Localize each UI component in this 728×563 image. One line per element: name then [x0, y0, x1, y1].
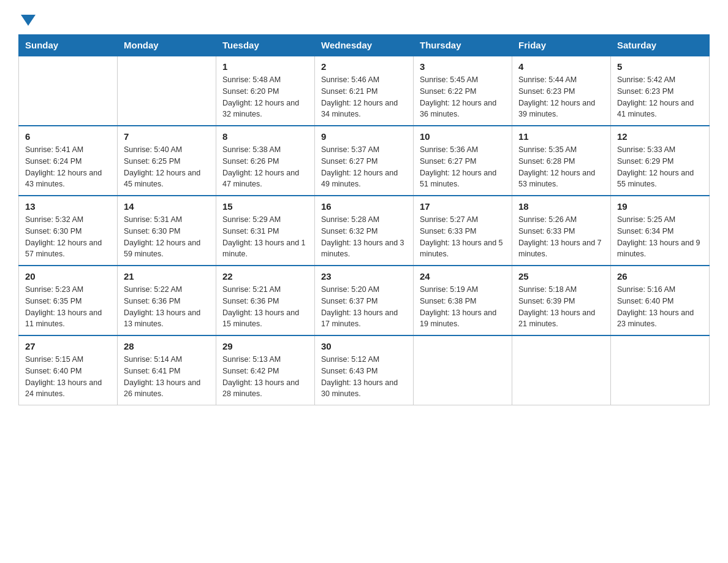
calendar-cell: 25Sunrise: 5:18 AMSunset: 6:39 PMDayligh…	[512, 266, 611, 335]
calendar-cell: 17Sunrise: 5:27 AMSunset: 6:33 PMDayligh…	[414, 196, 512, 266]
day-number: 15	[222, 201, 308, 212]
day-info: Sunrise: 5:45 AMSunset: 6:22 PMDaylight:…	[420, 74, 506, 120]
calendar-cell: 2Sunrise: 5:46 AMSunset: 6:21 PMDaylight…	[315, 56, 414, 126]
calendar-cell	[19, 56, 118, 126]
day-number: 6	[25, 131, 111, 142]
day-number: 24	[420, 271, 506, 282]
calendar-cell: 13Sunrise: 5:32 AMSunset: 6:30 PMDayligh…	[19, 196, 118, 266]
calendar-cell: 21Sunrise: 5:22 AMSunset: 6:36 PMDayligh…	[118, 266, 216, 335]
day-number: 11	[518, 131, 604, 142]
calendar-cell: 1Sunrise: 5:48 AMSunset: 6:20 PMDaylight…	[216, 56, 315, 126]
day-info: Sunrise: 5:42 AMSunset: 6:23 PMDaylight:…	[617, 74, 703, 120]
week-row-4: 20Sunrise: 5:23 AMSunset: 6:35 PMDayligh…	[19, 266, 710, 335]
calendar-table: SundayMondayTuesdayWednesdayThursdayFrid…	[18, 34, 710, 405]
day-number: 1	[222, 61, 308, 72]
day-number: 28	[124, 341, 210, 351]
day-number: 7	[124, 131, 210, 142]
day-info: Sunrise: 5:46 AMSunset: 6:21 PMDaylight:…	[321, 74, 407, 120]
day-info: Sunrise: 5:25 AMSunset: 6:34 PMDaylight:…	[617, 214, 703, 260]
calendar-cell: 8Sunrise: 5:38 AMSunset: 6:26 PMDaylight…	[216, 126, 315, 196]
day-number: 9	[321, 131, 407, 142]
day-number: 29	[222, 341, 308, 351]
header-monday: Monday	[118, 35, 216, 56]
calendar-cell	[414, 335, 512, 405]
day-info: Sunrise: 5:13 AMSunset: 6:42 PMDaylight:…	[222, 354, 308, 400]
day-info: Sunrise: 5:36 AMSunset: 6:27 PMDaylight:…	[420, 144, 506, 190]
day-number: 3	[420, 61, 506, 72]
day-info: Sunrise: 5:33 AMSunset: 6:29 PMDaylight:…	[617, 144, 703, 190]
header-tuesday: Tuesday	[216, 35, 315, 56]
week-row-2: 6Sunrise: 5:41 AMSunset: 6:24 PMDaylight…	[19, 126, 710, 196]
calendar-cell: 29Sunrise: 5:13 AMSunset: 6:42 PMDayligh…	[216, 335, 315, 405]
day-number: 19	[617, 201, 703, 212]
day-number: 5	[617, 61, 703, 72]
day-info: Sunrise: 5:23 AMSunset: 6:35 PMDaylight:…	[25, 284, 111, 330]
logo	[18, 12, 36, 25]
header-sunday: Sunday	[19, 35, 118, 56]
day-info: Sunrise: 5:35 AMSunset: 6:28 PMDaylight:…	[518, 144, 604, 190]
day-number: 25	[518, 271, 604, 282]
calendar-cell: 18Sunrise: 5:26 AMSunset: 6:33 PMDayligh…	[512, 196, 611, 266]
day-info: Sunrise: 5:27 AMSunset: 6:33 PMDaylight:…	[420, 214, 506, 260]
day-number: 10	[420, 131, 506, 142]
day-info: Sunrise: 5:18 AMSunset: 6:39 PMDaylight:…	[518, 284, 604, 330]
calendar-cell: 7Sunrise: 5:40 AMSunset: 6:25 PMDaylight…	[118, 126, 216, 196]
day-info: Sunrise: 5:12 AMSunset: 6:43 PMDaylight:…	[321, 354, 407, 400]
day-info: Sunrise: 5:28 AMSunset: 6:32 PMDaylight:…	[321, 214, 407, 260]
calendar-cell: 24Sunrise: 5:19 AMSunset: 6:38 PMDayligh…	[414, 266, 512, 335]
calendar-cell: 6Sunrise: 5:41 AMSunset: 6:24 PMDaylight…	[19, 126, 118, 196]
day-info: Sunrise: 5:22 AMSunset: 6:36 PMDaylight:…	[124, 284, 210, 330]
calendar-cell: 27Sunrise: 5:15 AMSunset: 6:40 PMDayligh…	[19, 335, 118, 405]
calendar-cell: 26Sunrise: 5:16 AMSunset: 6:40 PMDayligh…	[611, 266, 710, 335]
calendar-cell	[611, 335, 710, 405]
day-number: 8	[222, 131, 308, 142]
day-info: Sunrise: 5:31 AMSunset: 6:30 PMDaylight:…	[124, 214, 210, 260]
page-header	[18, 12, 710, 25]
day-number: 13	[25, 201, 111, 212]
calendar-cell: 14Sunrise: 5:31 AMSunset: 6:30 PMDayligh…	[118, 196, 216, 266]
day-number: 26	[617, 271, 703, 282]
week-row-3: 13Sunrise: 5:32 AMSunset: 6:30 PMDayligh…	[19, 196, 710, 266]
day-number: 30	[321, 341, 407, 351]
calendar-cell: 19Sunrise: 5:25 AMSunset: 6:34 PMDayligh…	[611, 196, 710, 266]
calendar-cell: 3Sunrise: 5:45 AMSunset: 6:22 PMDaylight…	[414, 56, 512, 126]
day-number: 17	[420, 201, 506, 212]
day-number: 27	[25, 341, 111, 351]
header-thursday: Thursday	[414, 35, 512, 56]
calendar-cell	[512, 335, 611, 405]
day-info: Sunrise: 5:44 AMSunset: 6:23 PMDaylight:…	[518, 74, 604, 120]
calendar-cell: 30Sunrise: 5:12 AMSunset: 6:43 PMDayligh…	[315, 335, 414, 405]
day-info: Sunrise: 5:16 AMSunset: 6:40 PMDaylight:…	[617, 284, 703, 330]
header-friday: Friday	[512, 35, 611, 56]
day-number: 16	[321, 201, 407, 212]
day-info: Sunrise: 5:38 AMSunset: 6:26 PMDaylight:…	[222, 144, 308, 190]
day-number: 14	[124, 201, 210, 212]
week-row-5: 27Sunrise: 5:15 AMSunset: 6:40 PMDayligh…	[19, 335, 710, 405]
calendar-cell: 28Sunrise: 5:14 AMSunset: 6:41 PMDayligh…	[118, 335, 216, 405]
calendar-cell: 23Sunrise: 5:20 AMSunset: 6:37 PMDayligh…	[315, 266, 414, 335]
logo-triangle-icon	[21, 15, 36, 26]
calendar-cell: 10Sunrise: 5:36 AMSunset: 6:27 PMDayligh…	[414, 126, 512, 196]
week-row-1: 1Sunrise: 5:48 AMSunset: 6:20 PMDaylight…	[19, 56, 710, 126]
day-info: Sunrise: 5:29 AMSunset: 6:31 PMDaylight:…	[222, 214, 308, 260]
day-number: 21	[124, 271, 210, 282]
day-info: Sunrise: 5:14 AMSunset: 6:41 PMDaylight:…	[124, 354, 210, 400]
day-info: Sunrise: 5:26 AMSunset: 6:33 PMDaylight:…	[518, 214, 604, 260]
calendar-cell	[118, 56, 216, 126]
calendar-cell: 12Sunrise: 5:33 AMSunset: 6:29 PMDayligh…	[611, 126, 710, 196]
day-info: Sunrise: 5:32 AMSunset: 6:30 PMDaylight:…	[25, 214, 111, 260]
calendar-cell: 9Sunrise: 5:37 AMSunset: 6:27 PMDaylight…	[315, 126, 414, 196]
calendar-header-row: SundayMondayTuesdayWednesdayThursdayFrid…	[19, 35, 710, 56]
header-saturday: Saturday	[611, 35, 710, 56]
day-info: Sunrise: 5:37 AMSunset: 6:27 PMDaylight:…	[321, 144, 407, 190]
day-number: 2	[321, 61, 407, 72]
calendar-cell: 15Sunrise: 5:29 AMSunset: 6:31 PMDayligh…	[216, 196, 315, 266]
calendar-cell: 4Sunrise: 5:44 AMSunset: 6:23 PMDaylight…	[512, 56, 611, 126]
calendar-cell: 11Sunrise: 5:35 AMSunset: 6:28 PMDayligh…	[512, 126, 611, 196]
day-info: Sunrise: 5:48 AMSunset: 6:20 PMDaylight:…	[222, 74, 308, 120]
day-number: 22	[222, 271, 308, 282]
day-number: 12	[617, 131, 703, 142]
day-info: Sunrise: 5:19 AMSunset: 6:38 PMDaylight:…	[420, 284, 506, 330]
calendar-cell: 22Sunrise: 5:21 AMSunset: 6:36 PMDayligh…	[216, 266, 315, 335]
day-info: Sunrise: 5:40 AMSunset: 6:25 PMDaylight:…	[124, 144, 210, 190]
